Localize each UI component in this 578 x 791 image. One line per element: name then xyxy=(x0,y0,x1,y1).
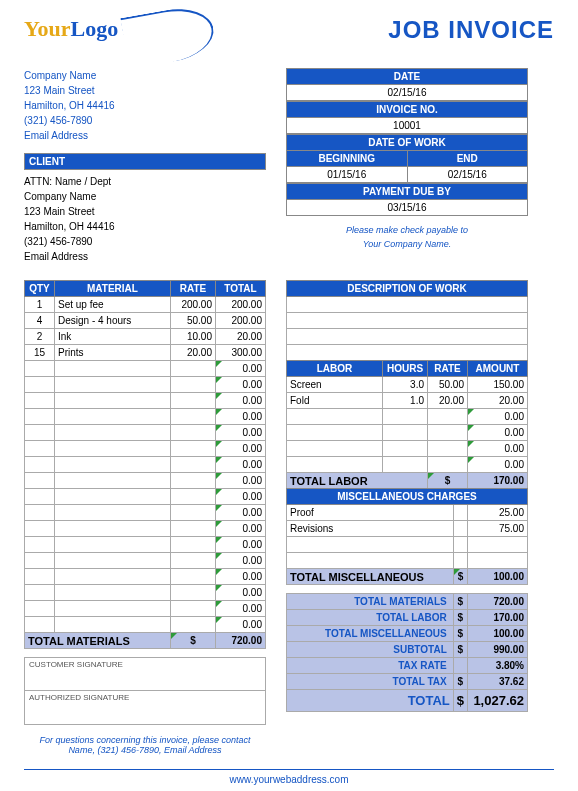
cell-qty[interactable] xyxy=(25,601,55,617)
cell-material[interactable] xyxy=(55,553,171,569)
cell-labor-rate[interactable] xyxy=(428,441,468,457)
authorized-signature-box[interactable]: AUTHORIZED SIGNATURE xyxy=(24,691,266,725)
cell-qty[interactable] xyxy=(25,409,55,425)
cell-rate[interactable] xyxy=(171,457,216,473)
cell-labor-rate[interactable] xyxy=(428,425,468,441)
cell-material[interactable] xyxy=(55,505,171,521)
cell-desc[interactable] xyxy=(287,329,528,345)
cell-misc-item[interactable] xyxy=(287,537,454,553)
cell-qty[interactable] xyxy=(25,457,55,473)
cell-rate[interactable] xyxy=(171,521,216,537)
cell-rate[interactable] xyxy=(171,409,216,425)
cell-hours[interactable] xyxy=(383,441,428,457)
cell-qty[interactable] xyxy=(25,569,55,585)
cell-desc[interactable] xyxy=(287,297,528,313)
cell-material[interactable] xyxy=(55,393,171,409)
cell-misc-item[interactable]: Proof xyxy=(287,505,454,521)
cell-material[interactable] xyxy=(55,377,171,393)
cell-rate[interactable] xyxy=(171,537,216,553)
cell-qty[interactable]: 1 xyxy=(25,297,55,313)
cell-total: 0.00 xyxy=(216,489,266,505)
cell-misc-item[interactable]: Revisions xyxy=(287,521,454,537)
cell-hours[interactable] xyxy=(383,425,428,441)
cell-qty[interactable] xyxy=(25,521,55,537)
cell-qty[interactable]: 4 xyxy=(25,313,55,329)
customer-signature-box[interactable]: CUSTOMER SIGNATURE xyxy=(24,657,266,691)
cell-labor-rate[interactable] xyxy=(428,457,468,473)
footer-url[interactable]: www.yourwebaddress.com xyxy=(24,769,554,785)
cell-qty[interactable] xyxy=(25,505,55,521)
cell-rate[interactable]: 200.00 xyxy=(171,297,216,313)
cell-qty[interactable]: 15 xyxy=(25,345,55,361)
cell-rate[interactable]: 50.00 xyxy=(171,313,216,329)
cell-qty[interactable] xyxy=(25,377,55,393)
cell-qty[interactable]: 2 xyxy=(25,329,55,345)
cell-rate[interactable] xyxy=(171,425,216,441)
cell-labor[interactable] xyxy=(287,457,383,473)
cell-qty[interactable] xyxy=(25,537,55,553)
summary-sub-val: 990.00 xyxy=(468,642,528,658)
cell-qty[interactable] xyxy=(25,361,55,377)
cell-misc-item[interactable] xyxy=(287,553,454,569)
cell-hours[interactable]: 1.0 xyxy=(383,393,428,409)
cell-qty[interactable] xyxy=(25,489,55,505)
cell-labor[interactable] xyxy=(287,409,383,425)
cell-rate[interactable] xyxy=(171,489,216,505)
cell-qty[interactable] xyxy=(25,393,55,409)
cell-misc-amount[interactable]: 25.00 xyxy=(468,505,528,521)
cell-misc-amount[interactable] xyxy=(468,553,528,569)
cell-labor-rate[interactable] xyxy=(428,409,468,425)
cell-qty[interactable] xyxy=(25,473,55,489)
cell-material[interactable] xyxy=(55,585,171,601)
cell-rate[interactable] xyxy=(171,617,216,633)
cell-material[interactable] xyxy=(55,457,171,473)
cell-labor-rate[interactable]: 20.00 xyxy=(428,393,468,409)
cell-rate[interactable] xyxy=(171,361,216,377)
cell-misc-amount[interactable]: 75.00 xyxy=(468,521,528,537)
cell-material[interactable] xyxy=(55,361,171,377)
cell-rate[interactable] xyxy=(171,377,216,393)
cell-labor[interactable]: Fold xyxy=(287,393,383,409)
cell-qty[interactable] xyxy=(25,617,55,633)
cell-rate[interactable] xyxy=(171,553,216,569)
cell-material[interactable] xyxy=(55,489,171,505)
cell-material[interactable] xyxy=(55,473,171,489)
cell-rate[interactable]: 20.00 xyxy=(171,345,216,361)
cell-labor-rate[interactable]: 50.00 xyxy=(428,377,468,393)
cell-material[interactable] xyxy=(55,537,171,553)
cell-rate[interactable] xyxy=(171,585,216,601)
cell-material[interactable] xyxy=(55,409,171,425)
cell-rate[interactable] xyxy=(171,569,216,585)
cell-material[interactable]: Prints xyxy=(55,345,171,361)
cell-labor[interactable] xyxy=(287,441,383,457)
cell-labor[interactable] xyxy=(287,425,383,441)
cell-rate[interactable] xyxy=(171,393,216,409)
cell-material[interactable]: Design - 4 hours xyxy=(55,313,171,329)
cell-misc-amount[interactable] xyxy=(468,537,528,553)
cell-material[interactable] xyxy=(55,617,171,633)
cell-hours[interactable] xyxy=(383,457,428,473)
cell-rate[interactable] xyxy=(171,441,216,457)
cell-rate[interactable] xyxy=(171,473,216,489)
cell-qty[interactable] xyxy=(25,585,55,601)
cell-qty[interactable] xyxy=(25,441,55,457)
cell-desc[interactable] xyxy=(287,313,528,329)
cell-rate[interactable] xyxy=(171,505,216,521)
cell-rate[interactable] xyxy=(171,601,216,617)
cell-material[interactable] xyxy=(55,441,171,457)
cell-material[interactable]: Set up fee xyxy=(55,297,171,313)
cell-material[interactable] xyxy=(55,601,171,617)
cell-hours[interactable] xyxy=(383,409,428,425)
cell-desc[interactable] xyxy=(287,345,528,361)
table-row xyxy=(287,553,528,569)
cell-labor[interactable]: Screen xyxy=(287,377,383,393)
cell-qty[interactable] xyxy=(25,425,55,441)
cell-rate[interactable]: 10.00 xyxy=(171,329,216,345)
cell-material[interactable] xyxy=(55,425,171,441)
cell-material[interactable]: Ink xyxy=(55,329,171,345)
cell-material[interactable] xyxy=(55,521,171,537)
table-row xyxy=(287,537,528,553)
cell-material[interactable] xyxy=(55,569,171,585)
cell-hours[interactable]: 3.0 xyxy=(383,377,428,393)
cell-qty[interactable] xyxy=(25,553,55,569)
